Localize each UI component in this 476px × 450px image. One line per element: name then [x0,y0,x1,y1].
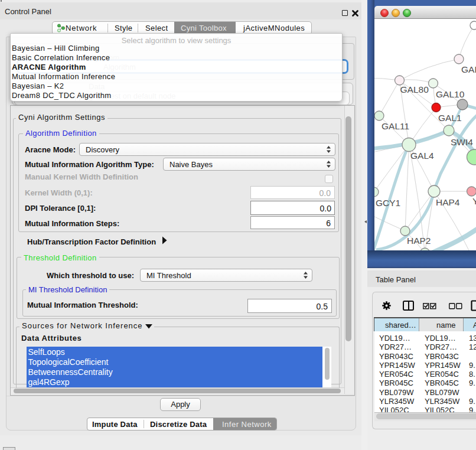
svg-text:SWI4: SWI4 [451,137,473,147]
svg-text:Y: Y [472,196,476,206]
svg-text:HAP2: HAP2 [407,236,431,246]
svg-text:GAL4: GAL4 [410,151,434,161]
svg-text:GAL80: GAL80 [400,84,429,94]
svg-text:GAL2: GAL2 [461,64,476,74]
svg-text:GAL11: GAL11 [382,121,409,131]
svg-text:HAP4: HAP4 [436,197,460,207]
svg-text:GAL10: GAL10 [436,89,465,99]
svg-text:GCY1: GCY1 [376,198,400,208]
svg-text:GAL1: GAL1 [438,113,462,123]
